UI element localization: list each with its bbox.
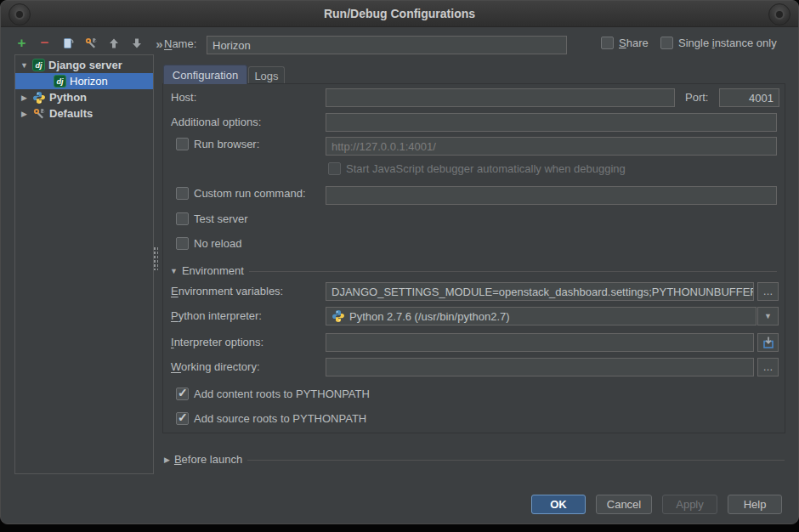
copy-configuration-icon[interactable]	[60, 37, 75, 51]
working-directory-browse-button[interactable]: …	[757, 358, 779, 376]
run-debug-configurations-dialog: Run/Debug Configurations + − » ▼	[0, 0, 799, 524]
custom-run-command-checkbox-row[interactable]: Custom run command:	[176, 187, 306, 200]
no-reload-checkbox-row[interactable]: No reload	[176, 237, 241, 250]
name-input[interactable]: Horizon	[207, 36, 567, 54]
collapse-icon[interactable]: ▼	[20, 61, 29, 70]
window-close-button[interactable]	[768, 3, 790, 25]
interpreter-options-expand-button[interactable]	[757, 333, 779, 352]
tree-item-python[interactable]: ▶ Python	[15, 89, 153, 105]
tree-item-defaults[interactable]: ▶ Defaults	[15, 105, 153, 122]
apply-button[interactable]: Apply	[662, 495, 717, 514]
add-configuration-icon[interactable]: +	[14, 37, 29, 51]
add-content-roots-checkbox-row[interactable]: ✓ Add content roots to PYTHONPATH	[176, 388, 370, 400]
python-interpreter-value: Python 2.7.6 (/usr/bin/python2.7)	[349, 310, 510, 323]
custom-run-command-input[interactable]	[326, 186, 777, 205]
ellipsis-icon: …	[763, 286, 774, 297]
tree-item-label: Django server	[48, 59, 122, 71]
add-content-roots-label: Add content roots to PYTHONPATH	[194, 388, 370, 400]
python-icon	[332, 309, 345, 323]
ellipsis-icon: …	[763, 361, 774, 373]
port-input[interactable]: 4001	[719, 88, 779, 107]
tree-panel-splitter[interactable]	[152, 246, 158, 270]
share-checkbox-row[interactable]: Share	[601, 37, 649, 49]
environment-section-header[interactable]: ▼ Environment	[170, 264, 244, 277]
configurations-toolbar: + − »	[14, 33, 167, 54]
tree-item-django-server[interactable]: ▼ dj Django server	[15, 57, 153, 73]
python-interpreter-dropdown-button[interactable]: ▼	[757, 307, 779, 325]
expand-icon[interactable]: ▶	[20, 110, 29, 118]
host-label: Host:	[171, 88, 196, 107]
check-icon: ✓	[178, 410, 188, 424]
expand-field-icon	[762, 336, 775, 349]
share-checkbox[interactable]	[601, 37, 614, 49]
test-server-checkbox-row[interactable]: Test server	[176, 212, 248, 225]
js-debugger-checkbox-row[interactable]: Start JavaScript debugger automatically …	[328, 162, 626, 175]
environment-section-divider	[249, 271, 777, 272]
no-reload-label: No reload	[194, 237, 241, 250]
tree-item-label: Defaults	[49, 107, 93, 120]
add-content-roots-checkbox[interactable]: ✓	[176, 388, 189, 400]
single-instance-checkbox[interactable]	[660, 37, 673, 49]
additional-options-label: Additional options:	[171, 113, 261, 132]
move-up-icon[interactable]	[106, 37, 121, 51]
window-title: Run/Debug Configurations	[1, 7, 798, 20]
environment-variables-label: Environment variables:	[171, 282, 283, 301]
working-directory-label: Working directory:	[171, 358, 260, 376]
ok-button[interactable]: OK	[531, 495, 586, 514]
expand-icon[interactable]: ▶	[20, 93, 29, 102]
host-input[interactable]	[326, 88, 675, 107]
run-browser-label: Run browser:	[194, 138, 259, 150]
run-browser-checkbox-row[interactable]: Run browser:	[176, 138, 259, 150]
interpreter-options-input[interactable]	[326, 333, 754, 352]
test-server-label: Test server	[194, 212, 248, 225]
django-icon: dj	[54, 75, 66, 88]
remove-configuration-icon[interactable]: −	[37, 37, 52, 51]
python-icon	[32, 91, 46, 105]
tree-item-label: Horizon	[70, 75, 108, 88]
additional-options-input[interactable]	[326, 113, 777, 132]
edit-defaults-icon[interactable]	[83, 37, 98, 51]
single-instance-checkbox-row[interactable]: Single instance only	[660, 37, 777, 49]
js-debugger-label: Start JavaScript debugger automatically …	[346, 162, 626, 175]
custom-run-command-label: Custom run command:	[194, 187, 306, 200]
environment-variables-browse-button[interactable]: …	[757, 282, 779, 301]
section-collapse-icon[interactable]: ▼	[170, 267, 178, 275]
environment-section-label: Environment	[182, 264, 244, 277]
js-debugger-checkbox[interactable]	[328, 162, 341, 175]
section-expand-icon[interactable]: ▶	[164, 456, 170, 464]
move-down-icon[interactable]	[129, 37, 144, 51]
add-source-roots-checkbox[interactable]: ✓	[176, 412, 189, 425]
add-source-roots-label: Add source roots to PYTHONPATH	[194, 412, 366, 425]
run-browser-checkbox[interactable]	[176, 138, 189, 150]
no-reload-checkbox[interactable]	[176, 237, 189, 250]
tree-item-label: Python	[49, 91, 87, 104]
tab-configuration[interactable]: Configuration	[163, 65, 247, 84]
interpreter-options-label: Interpreter options:	[171, 333, 264, 352]
before-launch-label: Before launch	[174, 453, 242, 466]
window-close-icon	[774, 9, 785, 20]
custom-run-command-checkbox[interactable]	[176, 187, 189, 200]
tree-item-horizon[interactable]: dj Horizon	[15, 73, 153, 89]
cancel-button[interactable]: Cancel	[596, 495, 652, 514]
configurations-tree: ▼ dj Django server dj Horizon ▶ Python ▶…	[14, 54, 154, 474]
python-interpreter-combobox[interactable]: Python 2.7.6 (/usr/bin/python2.7)	[326, 307, 756, 325]
add-source-roots-checkbox-row[interactable]: ✓ Add source roots to PYTHONPATH	[176, 412, 366, 425]
environment-variables-input[interactable]: DJANGO_SETTINGS_MODULE=openstack_dashboa…	[326, 282, 754, 301]
before-launch-section-header[interactable]: ▶ Before launch	[164, 453, 242, 466]
python-interpreter-label: Python interpreter:	[171, 307, 262, 325]
check-icon: ✓	[178, 386, 188, 399]
share-label: Share	[619, 37, 649, 49]
django-icon: dj	[32, 59, 45, 71]
name-label: Name:	[164, 35, 196, 54]
titlebar[interactable]: Run/Debug Configurations	[1, 1, 798, 27]
working-directory-input[interactable]	[326, 358, 754, 376]
help-button[interactable]: Help	[728, 495, 782, 514]
port-label: Port:	[685, 88, 708, 107]
chevron-down-icon: ▼	[764, 312, 772, 320]
run-browser-url-input[interactable]: http://127.0.0.1:4001/	[326, 137, 777, 156]
defaults-wrench-icon	[32, 107, 46, 121]
tab-logs[interactable]: Logs	[248, 66, 285, 84]
desktop-background: Run/Debug Configurations + − » ▼	[0, 0, 799, 532]
test-server-checkbox[interactable]	[176, 212, 189, 225]
before-launch-divider	[247, 460, 785, 461]
